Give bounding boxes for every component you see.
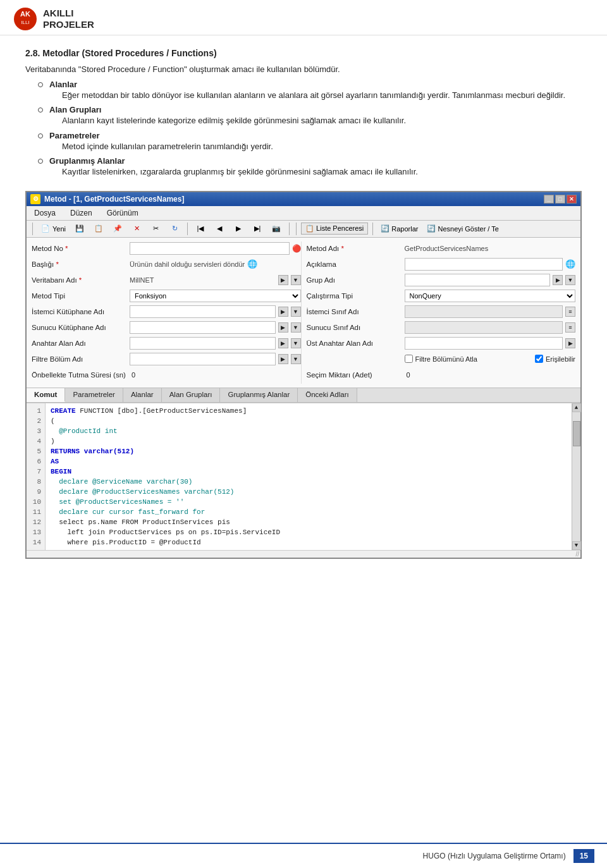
copy-button[interactable]: 📋 (90, 223, 107, 235)
menu-bar: Dosya Düzen Görünüm (27, 206, 580, 221)
menu-gorunum[interactable]: Görünüm (104, 207, 141, 219)
onbellekte-number: 0 (130, 371, 137, 379)
form-col-right: Filtre Bölümünü Atla Erişilebilir (301, 352, 576, 368)
refresh-icon: ↻ (169, 224, 180, 234)
code-line-6: AS (51, 456, 567, 467)
save-button[interactable]: 💾 (71, 223, 88, 235)
code-editor: 1 2 3 4 5 6 7 8 9 10 11 12 13 14 CREATE … (27, 403, 580, 550)
istemci-sinif-input[interactable] (405, 305, 563, 318)
tab-gruplanmis-alanlar[interactable]: Gruplanmış Alanlar (220, 388, 298, 402)
metod-no-input[interactable] (130, 242, 290, 255)
toolbar-divider (32, 223, 33, 235)
istemci-kutuphane-row: İstemci Kütüphane Adı ▶ ▼ (32, 305, 301, 319)
sunucu-kutuphane-input[interactable] (130, 321, 276, 334)
metod-tipi-row: Metod Tipi Fonksiyon (32, 289, 301, 303)
tab-onceki-adlari[interactable]: Önceki Adları (298, 388, 357, 402)
delete-button[interactable]: ✕ (128, 223, 145, 235)
prev-button[interactable]: ◀ (211, 223, 228, 235)
aciklama-label: Açıklama (307, 260, 405, 268)
metod-no-value: 🔴 (130, 242, 301, 255)
sunucu-kut-nav-down[interactable]: ▼ (291, 322, 301, 333)
last-button[interactable]: ▶| (249, 223, 266, 235)
bullet-content: Alan Grupları Alanların kayıt listelerin… (49, 105, 582, 127)
paste-icon: 📌 (113, 224, 123, 234)
liste-penceresi-button[interactable]: 📋 Liste Penceresi (301, 223, 368, 235)
ust-anahtar-input[interactable] (405, 337, 563, 350)
resize-handle[interactable]: // (27, 550, 580, 558)
tab-komut[interactable]: Komut (27, 388, 65, 402)
filtre-bolum-input[interactable] (130, 353, 276, 365)
sunucu-sinif-input[interactable] (405, 321, 563, 334)
bullet-label: Alan Grupları (49, 105, 101, 114)
aciklama-input[interactable] (405, 258, 563, 271)
form-col-left: Sunucu Kütüphane Adı ▶ ▼ (32, 321, 301, 336)
veritabani-nav-down[interactable]: ▼ (291, 275, 301, 285)
line-num-2: 2 (30, 416, 41, 426)
window-app-icon: ⚙ (30, 194, 40, 204)
grup-adi-input[interactable] (405, 274, 551, 286)
secim-miktari-label: Seçim Miktarı (Adet) (307, 371, 405, 379)
filtre-nav-right[interactable]: ▶ (278, 354, 288, 364)
calistirma-tipi-select[interactable]: NonQuery (405, 290, 576, 302)
scroll-down-button[interactable]: ▼ (572, 541, 581, 550)
ust-anahtar-nav[interactable]: ▶ (565, 338, 575, 348)
code-line-4: ) (51, 436, 567, 446)
close-button[interactable]: ✕ (567, 195, 577, 204)
sunucu-sinif-icon: ≡ (565, 322, 575, 333)
bullet-list: Alanlar Eğer metoddan bir tablo dönüyor … (38, 80, 582, 178)
anahtar-nav-right[interactable]: ▶ (278, 338, 288, 348)
line-num-1: 1 (30, 406, 41, 416)
grup-adi-nav-right[interactable]: ▶ (553, 275, 563, 285)
istemci-kut-nav-down[interactable]: ▼ (291, 307, 301, 317)
tab-parametreler[interactable]: Parametreler (65, 388, 123, 402)
nesneyi-goster-button[interactable]: 🔄 Nesneyi Göster / Te (424, 223, 501, 234)
istemci-kutuphane-input[interactable] (130, 305, 276, 318)
minimize-button[interactable]: _ (544, 195, 554, 204)
maximize-button[interactable]: □ (555, 195, 565, 204)
form-col-right: Sunucu Sınıf Adı ≡ (301, 321, 576, 336)
yeni-button[interactable]: 📄 Yeni (37, 223, 69, 235)
metod-adi-label: Metod Adı * (307, 245, 405, 252)
form-row-5: İstemci Kütüphane Adı ▶ ▼ İstemci Sınıf … (32, 305, 575, 321)
tab-alan-gruplari[interactable]: Alan Grupları (162, 388, 221, 402)
scroll-thumb[interactable] (573, 421, 580, 446)
istemci-kut-nav-right[interactable]: ▶ (278, 307, 288, 317)
istemci-kutuphane-value: ▶ ▼ (130, 305, 301, 318)
calistirma-tipi-value: NonQuery (405, 290, 576, 302)
tab-alanlar[interactable]: Alanlar (123, 388, 162, 402)
grup-adi-nav-down[interactable]: ▼ (565, 275, 575, 285)
refresh-button[interactable]: ↻ (166, 223, 183, 235)
filtre-bolum-label: Filtre Bölüm Adı (32, 355, 130, 363)
first-button[interactable]: |◀ (192, 223, 209, 235)
menu-dosya[interactable]: Dosya (32, 207, 58, 219)
veritabani-nav-right[interactable]: ▶ (278, 275, 288, 285)
metod-adi-row: Metod Adı * GetProductServicesNames (307, 241, 576, 255)
anahtar-nav-down[interactable]: ▼ (291, 338, 301, 348)
form-col-left: Önbellekte Tutma Süresi (sn) 0 (32, 368, 301, 384)
filtre-atla-checkbox-label: Filtre Bölümünü Atla (405, 355, 477, 363)
sunucu-kut-nav-right[interactable]: ▶ (278, 322, 288, 333)
filtre-nav-down[interactable]: ▼ (291, 354, 301, 364)
raporlar-button[interactable]: 🔄 Raporlar (377, 223, 421, 234)
filtre-atla-checkbox[interactable] (405, 355, 413, 363)
cut-button[interactable]: ✂ (147, 223, 164, 235)
window-title: Metod - [1, GetProductServicesNames] (44, 195, 184, 204)
code-line-14: where pis.ProductID = @ProductId (51, 537, 567, 547)
scrollbar-vertical[interactable]: ▲ ▼ (572, 403, 580, 550)
filtre-bolum-row: Filtre Bölüm Adı ▶ ▼ (32, 352, 301, 366)
erisilebilir-checkbox[interactable] (535, 355, 543, 363)
anahtar-alan-input[interactable] (130, 337, 276, 350)
basligi-value: Ürünün dahil olduğu servisleri döndür 🌐 (130, 259, 301, 269)
scroll-up-button[interactable]: ▲ (572, 403, 581, 412)
next-button[interactable]: ▶ (230, 223, 247, 235)
code-line-3: @ProductId int (51, 426, 567, 436)
bullet-content: Alanlar Eğer metoddan bir tablo dönüyor … (49, 80, 582, 102)
menu-duzen[interactable]: Düzen (68, 207, 95, 219)
code-content[interactable]: CREATE FUNCTION [dbo].[GetProductService… (46, 403, 572, 550)
camera-icon: 📷 (271, 224, 281, 234)
metod-no-icon: 🔴 (292, 244, 301, 253)
metod-tipi-select[interactable]: Fonksiyon (130, 290, 301, 302)
window-controls[interactable]: _ □ ✕ (544, 195, 577, 204)
camera-button[interactable]: 📷 (268, 223, 285, 235)
paste-button[interactable]: 📌 (109, 223, 126, 235)
